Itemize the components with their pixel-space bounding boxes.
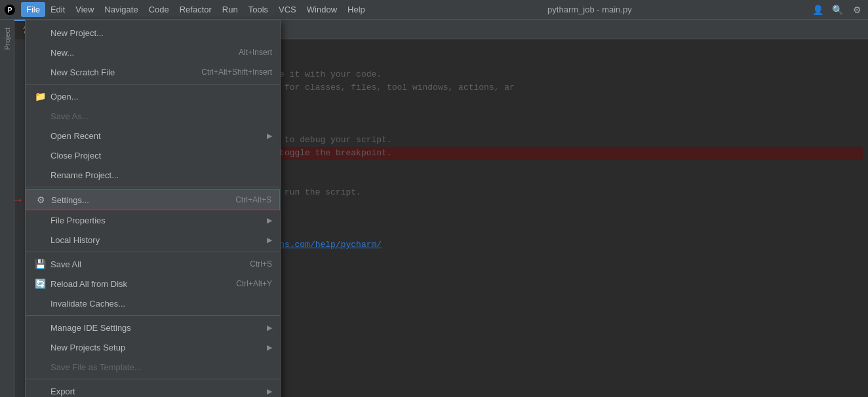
rename-project-label: Rename Project... — [50, 170, 272, 180]
save-file-template-label: Save File as Template... — [50, 362, 272, 372]
menu-export[interactable]: Export ▶ — [26, 381, 280, 397]
menu-refactor[interactable]: Refactor — [174, 2, 217, 17]
local-history-arrow: ▶ — [267, 236, 272, 244]
menu-new-project[interactable]: New Project... — [26, 23, 280, 43]
menu-local-history[interactable]: Local History ▶ — [26, 230, 280, 250]
close-project-icon — [33, 149, 47, 162]
invalidate-caches-label: Invalidate Caches... — [50, 299, 272, 309]
menu-tools[interactable]: Tools — [243, 2, 273, 17]
menu-rename-project[interactable]: Rename Project... — [26, 165, 280, 185]
menu-file[interactable]: File — [21, 2, 45, 17]
svg-text:P: P — [8, 7, 12, 14]
local-history-icon — [33, 233, 47, 246]
save-as-icon — [33, 109, 47, 123]
app-logo: P — [3, 3, 17, 17]
invalidate-icon — [33, 297, 47, 310]
menu-open[interactable]: 📁 Open... — [26, 86, 280, 106]
red-arrow-indicator: → — [12, 193, 24, 207]
window-title: pytharm_job - main.py — [370, 5, 809, 14]
manage-ide-arrow: ▶ — [267, 324, 272, 332]
settings-gear-icon: ⚙ — [34, 193, 47, 206]
open-recent-icon — [33, 129, 47, 142]
separator-1 — [26, 84, 280, 85]
menu-file-properties[interactable]: File Properties ▶ — [26, 210, 280, 230]
manage-ide-label: Manage IDE Settings — [50, 323, 264, 333]
menu-invalidate-caches[interactable]: Invalidate Caches... — [26, 293, 280, 313]
menu-reload-all[interactable]: 🔄 Reload All from Disk Ctrl+Alt+Y — [26, 274, 280, 293]
export-arrow: ▶ — [267, 387, 272, 396]
separator-4 — [26, 315, 280, 316]
manage-ide-icon — [33, 321, 47, 334]
export-label: Export — [50, 387, 264, 396]
menu-window[interactable]: Window — [302, 2, 342, 17]
save-all-shortcut: Ctrl+S — [250, 259, 272, 269]
open-recent-label: Open Recent — [50, 131, 264, 141]
new-projects-icon — [33, 341, 47, 354]
save-as-label: Save As... — [50, 111, 272, 121]
separator-2 — [26, 187, 280, 187]
open-recent-arrow: ▶ — [267, 132, 272, 140]
menu-help[interactable]: Help — [342, 2, 370, 17]
menu-run[interactable]: Run — [217, 2, 243, 17]
menubar-actions: 👤 🔍 ⚙ — [809, 1, 865, 18]
new-projects-arrow: ▶ — [267, 343, 272, 352]
new-project-icon — [33, 26, 47, 39]
new-shortcut: Alt+Insert — [239, 48, 272, 57]
separator-3 — [26, 252, 280, 252]
menu-open-recent[interactable]: Open Recent ▶ — [26, 126, 280, 145]
menu-new-scratch-file[interactable]: New Scratch File Ctrl+Alt+Shift+Insert — [26, 62, 280, 82]
file-props-icon — [33, 214, 47, 227]
local-history-label: Local History — [50, 235, 264, 245]
menu-close-project[interactable]: Close Project — [26, 145, 280, 165]
new-label: New... — [50, 48, 239, 58]
rename-icon — [33, 168, 47, 181]
menu-save-file-template: Save File as Template... — [26, 357, 280, 377]
menu-settings[interactable]: → ⚙ Settings... Ctrl+Alt+S — [26, 189, 280, 210]
open-icon: 📁 — [33, 90, 47, 103]
new-scratch-label: New Scratch File — [50, 67, 201, 77]
open-label: Open... — [50, 92, 272, 102]
close-project-label: Close Project — [50, 151, 272, 161]
menu-view[interactable]: View — [70, 2, 99, 17]
reload-shortcut: Ctrl+Alt+Y — [236, 279, 272, 288]
new-icon — [33, 46, 47, 59]
project-panel-label[interactable]: Project — [2, 25, 12, 52]
project-sidebar: Project — [0, 20, 14, 397]
separator-5 — [26, 379, 280, 379]
export-icon — [33, 385, 47, 397]
menu-navigate[interactable]: Navigate — [99, 2, 143, 17]
reload-all-label: Reload All from Disk — [50, 279, 236, 289]
menu-edit[interactable]: Edit — [45, 2, 70, 17]
user-icon[interactable]: 👤 — [809, 1, 826, 18]
new-project-label: New Project... — [50, 28, 272, 38]
menubar: P File Edit View Navigate Code Refactor … — [0, 0, 868, 20]
settings-icon[interactable]: ⚙ — [848, 1, 865, 18]
new-scratch-shortcut: Ctrl+Alt+Shift+Insert — [201, 67, 272, 77]
menu-new-projects-setup[interactable]: New Projects Setup ▶ — [26, 337, 280, 357]
menu-new[interactable]: New... Alt+Insert — [26, 43, 280, 62]
file-properties-label: File Properties — [50, 216, 264, 225]
save-all-icon: 💾 — [33, 257, 47, 271]
settings-shortcut: Ctrl+Alt+S — [235, 195, 271, 204]
menu-code[interactable]: Code — [144, 2, 174, 17]
menu-save-as: Save As... — [26, 106, 280, 126]
reload-icon: 🔄 — [33, 277, 47, 290]
new-projects-setup-label: New Projects Setup — [50, 343, 264, 352]
scratch-icon — [33, 66, 47, 79]
save-template-icon — [33, 360, 47, 373]
menu-manage-ide[interactable]: Manage IDE Settings ▶ — [26, 318, 280, 337]
settings-label: Settings... — [51, 195, 235, 205]
file-props-arrow: ▶ — [267, 216, 272, 225]
file-dropdown-menu: New Project... New... Alt+Insert New Scr… — [25, 20, 281, 397]
save-all-label: Save All — [50, 259, 250, 269]
search-icon[interactable]: 🔍 — [829, 1, 846, 18]
menu-save-all[interactable]: 💾 Save All Ctrl+S — [26, 254, 280, 274]
menu-vcs[interactable]: VCS — [273, 2, 302, 17]
